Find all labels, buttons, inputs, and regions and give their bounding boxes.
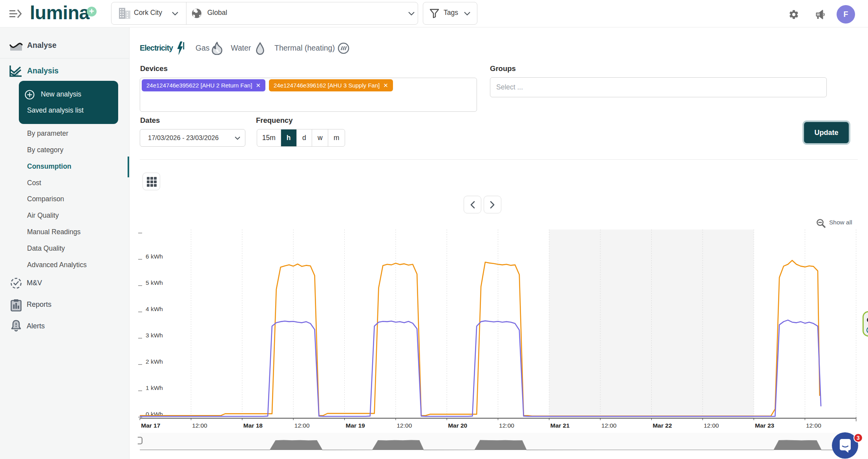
- svg-text:3 kWh: 3 kWh: [146, 332, 163, 339]
- svg-text:Mar 18: Mar 18: [243, 422, 263, 429]
- svg-text:Mar 19: Mar 19: [346, 422, 365, 429]
- svg-text:Mar 20: Mar 20: [448, 422, 467, 429]
- svg-text:Mar 17: Mar 17: [141, 422, 160, 429]
- svg-text:12:00: 12:00: [806, 422, 821, 429]
- svg-text:5 kWh: 5 kWh: [146, 279, 163, 286]
- svg-text:Mar 23: Mar 23: [755, 422, 774, 429]
- svg-text:4 kWh: 4 kWh: [146, 306, 163, 312]
- svg-text:Mar 21: Mar 21: [550, 422, 570, 429]
- svg-text:12:00: 12:00: [704, 422, 719, 429]
- svg-text:1 kWh: 1 kWh: [146, 384, 163, 391]
- svg-text:Mar 22: Mar 22: [652, 422, 672, 429]
- svg-text:2 kWh: 2 kWh: [146, 358, 163, 365]
- svg-text:6 kWh: 6 kWh: [146, 253, 163, 260]
- svg-text:12:00: 12:00: [601, 422, 617, 429]
- svg-text:12:00: 12:00: [294, 422, 310, 429]
- svg-text:12:00: 12:00: [192, 422, 207, 429]
- svg-text:12:00: 12:00: [397, 422, 412, 429]
- svg-text:12:00: 12:00: [499, 422, 514, 429]
